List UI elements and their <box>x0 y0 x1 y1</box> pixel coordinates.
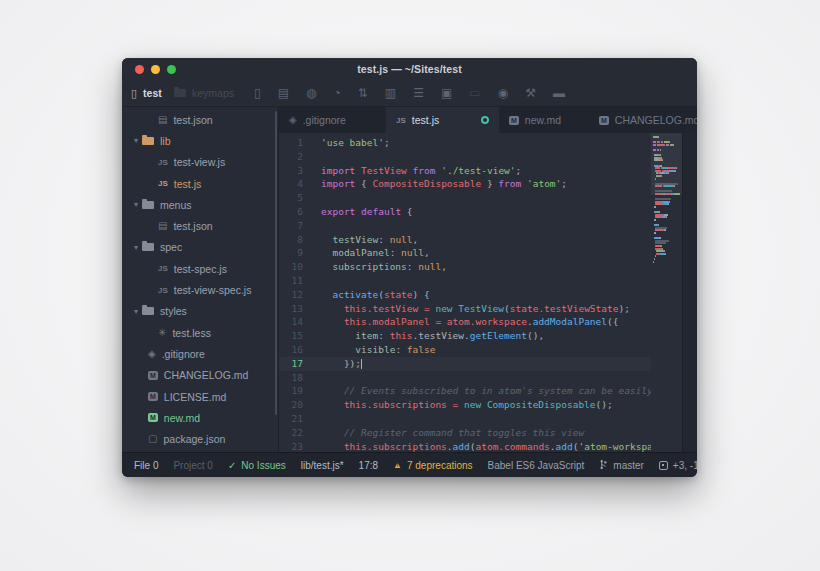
code-token: : <box>395 344 406 355</box>
line-number[interactable]: 3 <box>279 164 303 178</box>
tree-item-test-json[interactable]: ▤test.json <box>122 215 278 236</box>
device-icon[interactable]: ▯ <box>254 87 261 99</box>
code-token: atom.commands <box>475 441 549 452</box>
line-number[interactable]: 6 <box>279 205 303 219</box>
toolbar-icons: ▯▤◍◔⇅▥☰▣▭◉⚒▬ <box>254 87 565 99</box>
close-button[interactable] <box>135 65 144 74</box>
minimap-line <box>653 193 680 195</box>
tree-item-styles[interactable]: ▾styles <box>122 301 278 322</box>
chevron-down-icon: ▾ <box>130 243 142 252</box>
project-root[interactable]: ▯ test <box>131 87 162 99</box>
tree-scrollbar[interactable] <box>275 111 277 415</box>
code-token: './test-view' <box>441 165 515 176</box>
minimap-mark <box>664 185 674 187</box>
tree-item-changelog-md[interactable]: MCHANGELOG.md <box>122 365 278 386</box>
line-number[interactable]: 12 <box>279 288 303 302</box>
code-token <box>321 344 355 355</box>
code-token: = <box>418 303 435 314</box>
code-line: 22 // Register command that toggles this… <box>279 426 697 440</box>
tree-item-spec[interactable]: ▾spec <box>122 237 278 258</box>
code-text: this.testView = new TestView(state.testV… <box>303 302 697 316</box>
sync-icon[interactable]: ⇅ <box>358 87 368 99</box>
code-token <box>321 441 344 452</box>
line-number[interactable]: 17 <box>279 357 303 371</box>
tree-item-label: test-view-spec.js <box>174 284 252 296</box>
tree-item-test-less[interactable]: ✳test.less <box>122 322 278 343</box>
package-icon[interactable]: ◔ <box>334 87 341 99</box>
code-line: 18 <box>279 371 697 385</box>
deprecations[interactable]: ▲!7 deprecations <box>393 460 473 471</box>
tree-item-menus[interactable]: ▾menus <box>122 194 278 215</box>
no-issues[interactable]: ✓No Issues <box>228 460 286 471</box>
chevron-down-icon: ▾ <box>130 200 142 209</box>
line-number[interactable]: 8 <box>279 233 303 247</box>
line-number[interactable]: 4 <box>279 177 303 191</box>
tab-modified-indicator[interactable] <box>481 116 489 124</box>
tree-item-test-spec-js[interactable]: JStest-spec.js <box>122 258 278 279</box>
minimap-mark <box>655 245 660 247</box>
eye-icon[interactable]: ◉ <box>498 87 508 99</box>
tree-item--gitignore[interactable]: ◈.gitignore <box>122 343 278 364</box>
line-number[interactable]: 9 <box>279 246 303 260</box>
tree-item-test-json[interactable]: ▤test.json <box>122 109 278 130</box>
git-branch[interactable]: master <box>599 459 644 472</box>
tab-changelog-md[interactable]: MCHANGELOG.md <box>589 107 697 133</box>
line-number[interactable]: 18 <box>279 371 303 385</box>
line-number[interactable]: 19 <box>279 384 303 398</box>
line-number[interactable]: 15 <box>279 329 303 343</box>
line-number[interactable]: 23 <box>279 440 303 452</box>
code-token: add <box>556 441 573 452</box>
code-text: this.modalPanel = atom.workspace.addModa… <box>303 315 697 329</box>
minimap-mark <box>654 206 656 208</box>
line-number[interactable]: 5 <box>279 191 303 205</box>
tab--gitignore[interactable]: ◈.gitignore <box>279 107 386 133</box>
code-area[interactable]: 1'use babel';23import TestView from './t… <box>279 133 697 452</box>
tab-new-md[interactable]: Mnew.md <box>499 107 589 133</box>
tree-item-lib[interactable]: ▾lib <box>122 130 278 151</box>
line-number[interactable]: 13 <box>279 302 303 316</box>
line-number[interactable]: 14 <box>279 315 303 329</box>
minimize-button[interactable] <box>151 65 160 74</box>
tree-item-new-md[interactable]: Mnew.md <box>122 407 278 428</box>
minimap-mark <box>654 232 656 234</box>
tree-item-test-js[interactable]: JStest.js <box>122 173 278 194</box>
tools-icon[interactable]: ⚒ <box>525 87 536 99</box>
scrollbar-track[interactable] <box>682 133 697 452</box>
tree-item-test-view-js[interactable]: JStest-view.js <box>122 152 278 173</box>
code-text <box>303 371 697 385</box>
document-icon[interactable]: ▣ <box>441 87 452 99</box>
github-icon[interactable]: ◍ <box>306 87 316 99</box>
line-number[interactable]: 7 <box>279 219 303 233</box>
tree-item-readme-md[interactable]: MREADME.md <box>122 450 278 452</box>
minimap[interactable] <box>651 133 682 452</box>
code-token: : <box>378 330 389 341</box>
tree-item-test-view-spec-js[interactable]: JStest-view-spec.js <box>122 279 278 300</box>
minimap-mark <box>653 261 654 263</box>
markdown-icon[interactable]: ▭ <box>469 87 480 99</box>
dash-icon[interactable]: ▬ <box>553 87 565 99</box>
line-number[interactable]: 10 <box>279 260 303 274</box>
checklist-icon[interactable]: ☰ <box>413 87 424 99</box>
tree-item-package-json[interactable]: ▢package.json <box>122 428 278 449</box>
line-number[interactable]: 22 <box>279 426 303 440</box>
tab-test-js[interactable]: JStest.js <box>386 107 499 133</box>
code-token: (), <box>527 330 544 341</box>
code-token: import <box>321 178 355 189</box>
line-number[interactable]: 16 <box>279 343 303 357</box>
line-number[interactable]: 11 <box>279 274 303 288</box>
book-icon[interactable]: ▥ <box>385 87 396 99</box>
code-token <box>321 289 332 300</box>
line-number[interactable]: 1 <box>279 136 303 150</box>
folder-icon[interactable]: ▤ <box>278 87 289 99</box>
maximize-button[interactable] <box>167 65 176 74</box>
git-diff[interactable]: +3, -1 <box>659 460 697 471</box>
line-number[interactable]: 20 <box>279 398 303 412</box>
tree-item-license-md[interactable]: MLICENSE.md <box>122 386 278 407</box>
file-path: lib/test.js* <box>301 460 344 471</box>
tree-item-label: CHANGELOG.md <box>164 369 249 381</box>
code-line: 6export default { <box>279 205 697 219</box>
cursor-position[interactable]: 17:8 <box>359 460 378 471</box>
line-number[interactable]: 21 <box>279 412 303 426</box>
line-number[interactable]: 2 <box>279 150 303 164</box>
grammar-selector[interactable]: Babel ES6 JavaScript <box>488 460 585 471</box>
